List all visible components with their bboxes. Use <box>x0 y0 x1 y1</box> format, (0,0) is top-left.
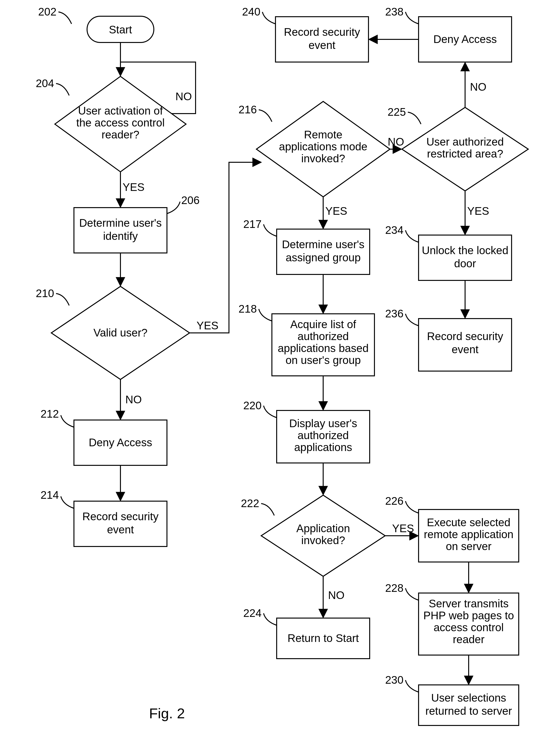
node-224: Return to Start <box>277 618 370 659</box>
node-226: Execute selected remote application on s… <box>419 510 519 562</box>
node-217: Determine user's assigned group <box>277 229 370 274</box>
node-230: User selections returned to server <box>419 685 519 725</box>
ref-216: 216 <box>239 103 257 116</box>
node-226-l3: on server <box>446 540 492 553</box>
node-226-l1: Execute selected <box>427 516 510 529</box>
edge-204-yes: YES <box>123 181 145 193</box>
node-220: Display user's authorized applications <box>277 411 370 463</box>
node-217-l2: assigned group <box>286 251 361 264</box>
node-222: Application invoked? <box>261 495 385 576</box>
node-234-l1: Unlock the locked <box>422 244 508 256</box>
node-240-l2: event <box>309 39 336 51</box>
node-230-l2: returned to server <box>425 705 512 717</box>
node-236-l1: Record security <box>427 330 503 342</box>
node-206-l2: identify <box>103 230 138 242</box>
node-217-l1: Determine user's <box>282 238 364 250</box>
node-212-l1: Deny Access <box>89 436 152 449</box>
node-216-l2: applications mode <box>279 140 368 153</box>
ref-225: 225 <box>388 106 406 118</box>
ref-217: 217 <box>243 218 262 230</box>
ref-230: 230 <box>385 674 404 686</box>
ref-222: 222 <box>241 497 259 510</box>
node-start-text: Start <box>109 23 132 36</box>
node-start: Start <box>87 16 154 42</box>
node-240-l1: Record security <box>284 26 360 38</box>
edge-210-yes: YES <box>197 319 218 332</box>
node-218-l4: on user's group <box>285 354 361 366</box>
ref-212: 212 <box>41 408 59 420</box>
ref-224: 224 <box>243 607 262 619</box>
node-222-l2: invoked? <box>301 534 345 547</box>
node-225: User authorized restricted area? <box>402 107 528 191</box>
node-210: Valid user? <box>51 286 190 380</box>
ref-204: 204 <box>36 77 54 89</box>
node-240: Record security event <box>275 17 368 62</box>
edge-225-no: NO <box>470 81 487 93</box>
node-222-l1: Application <box>296 522 350 535</box>
node-218-l1: Acquire list of <box>290 318 356 330</box>
node-228-l3: access control <box>434 621 504 634</box>
node-218: Acquire list of authorized applications … <box>272 314 374 376</box>
node-238-l1: Deny Access <box>433 33 497 45</box>
ref-214: 214 <box>41 489 59 501</box>
ref-226: 226 <box>385 495 404 507</box>
ref-220: 220 <box>243 399 262 412</box>
node-214: Record security event <box>74 501 167 547</box>
node-226-l2: remote application <box>424 528 513 541</box>
edge-225-yes: YES <box>467 205 489 217</box>
node-234-l2: door <box>454 257 476 270</box>
node-212: Deny Access <box>74 420 167 465</box>
node-234: Unlock the locked door <box>419 235 512 280</box>
node-238: Deny Access <box>419 17 512 62</box>
edge-216-no: NO <box>388 135 404 148</box>
node-225-l2: restricted area? <box>427 147 503 160</box>
node-214-l2: event <box>107 523 134 536</box>
node-228-l2: PHP web pages to <box>423 609 514 622</box>
node-220-l3: applications <box>294 441 352 454</box>
node-204: User activation of the access control re… <box>55 76 186 172</box>
ref-218: 218 <box>239 302 257 315</box>
node-236-l2: event <box>452 343 479 355</box>
figure-caption: Fig. 2 <box>149 705 185 721</box>
edge-222-yes: YES <box>392 522 414 535</box>
node-220-l1: Display user's <box>289 417 357 430</box>
node-204-l2: the access control <box>76 116 165 129</box>
ref-206: 206 <box>181 194 200 206</box>
node-216: Remote applications mode invoked? <box>256 101 390 197</box>
node-228-l1: Server transmits <box>429 597 509 610</box>
node-218-l2: authorized <box>298 330 349 342</box>
edge-204-no: NO <box>176 90 192 103</box>
edge-222-no: NO <box>328 589 345 601</box>
node-228: Server transmits PHP web pages to access… <box>419 593 519 655</box>
node-228-l4: reader <box>453 633 485 646</box>
node-218-l3: applications based <box>278 342 368 354</box>
node-216-l1: Remote <box>304 128 342 141</box>
ref-228: 228 <box>385 582 404 594</box>
node-204-l1: User activation of <box>78 104 163 117</box>
ref-210: 210 <box>36 287 54 299</box>
node-230-l1: User selections <box>431 692 506 704</box>
ref-238: 238 <box>385 5 404 18</box>
node-216-l3: invoked? <box>301 152 345 165</box>
edge-210-no: NO <box>125 393 142 406</box>
node-206: Determine user's identify <box>74 208 167 253</box>
node-225-l1: User authorized <box>426 135 504 148</box>
ref-234: 234 <box>385 224 404 236</box>
flowchart: Start 202 User activation of the access … <box>0 0 560 730</box>
node-224-l1: Return to Start <box>287 632 359 644</box>
node-204-l3: reader? <box>102 128 140 141</box>
node-236: Record security event <box>419 318 512 371</box>
edge-216-yes: YES <box>325 205 347 217</box>
ref-202: 202 <box>38 5 57 18</box>
ref-240: 240 <box>242 5 260 18</box>
node-206-l1: Determine user's <box>79 217 162 229</box>
node-220-l2: authorized <box>298 429 349 442</box>
node-210-l1: Valid user? <box>93 326 148 339</box>
ref-236: 236 <box>385 307 404 320</box>
node-214-l1: Record security <box>82 510 159 523</box>
